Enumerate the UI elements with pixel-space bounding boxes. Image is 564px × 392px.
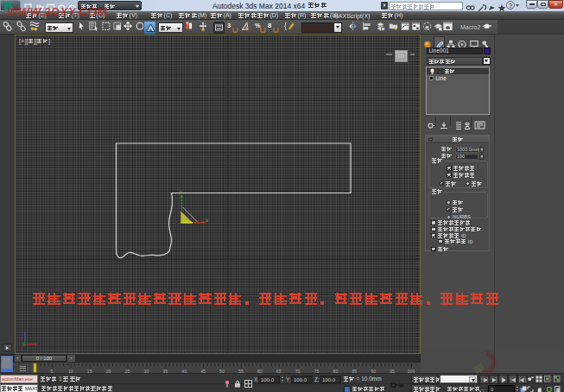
svg-text:{: { <box>284 22 287 30</box>
